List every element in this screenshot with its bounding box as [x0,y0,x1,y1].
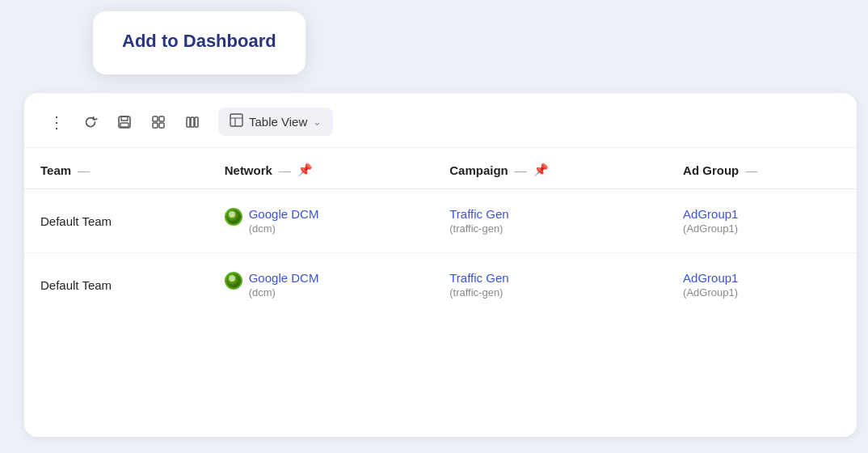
table-view-label: Table View [249,115,307,129]
network-name-0: Google DCM [249,207,319,221]
network-sub-1: (dcm) [249,286,319,298]
col-dash-campaign: — [515,163,527,177]
svg-rect-9 [195,117,198,127]
network-name-1: Google DCM [249,271,319,285]
svg-rect-8 [191,117,194,127]
table-row: Default Team Google DCM (dcm) Traffic Ge… [24,253,857,317]
svg-rect-4 [159,116,164,121]
campaign-sub-1: (traffic-gen) [449,286,651,298]
more-options-icon[interactable]: ⋮ [44,109,70,135]
svg-rect-10 [230,114,242,126]
adgroup-sub-1: (AdGroup1) [683,286,841,298]
table-container: Team — Network — 📌 Campaign [24,148,857,437]
table-view-chevron-icon: ⌄ [313,116,322,128]
columns-icon[interactable] [179,109,205,135]
col-header-campaign: Campaign — 📌 [433,148,667,189]
refresh-icon[interactable] [78,109,103,135]
svg-rect-6 [159,123,164,128]
save-icon[interactable] [112,109,137,135]
svg-rect-3 [153,116,158,121]
cell-team-0: Default Team [24,189,209,253]
col-label-adgroup: Ad Group [683,163,739,177]
col-header-network: Network — 📌 [209,148,434,189]
add-to-dashboard-card: Add to Dashboard [93,11,305,74]
cell-team-1: Default Team [24,253,209,317]
col-header-adgroup: Ad Group — [667,148,857,189]
cell-adgroup-1: AdGroup1 (AdGroup1) [667,253,857,317]
table-view-button[interactable]: Table View ⌄ [218,108,333,136]
add-to-dashboard-title: Add to Dashboard [122,31,276,51]
adgroup-name-0: AdGroup1 [683,207,841,221]
adgroup-name-1: AdGroup1 [683,271,841,285]
main-panel: ⋮ [24,93,857,437]
cell-network-0: Google DCM (dcm) [209,189,434,253]
adgroup-sub-0: (AdGroup1) [683,222,841,235]
table-row: Default Team Google DCM (dcm) Traffic Ge… [24,189,857,253]
col-label-campaign: Campaign [449,163,508,177]
table-view-table-icon [230,113,243,130]
campaign-name-1: Traffic Gen [449,271,651,285]
col-dash-network: — [279,163,291,177]
grid-icon[interactable] [145,109,171,135]
col-label-network: Network [225,163,272,177]
svg-rect-7 [187,117,190,127]
table-header-row: Team — Network — 📌 Campaign [24,148,857,189]
network-sub-0: (dcm) [249,222,319,235]
network-text-1: Google DCM (dcm) [249,271,319,298]
network-text-0: Google DCM (dcm) [249,207,319,235]
pin-icon-campaign[interactable]: 📌 [533,163,549,177]
network-logo-0 [225,208,242,226]
svg-rect-5 [153,123,158,128]
cell-campaign-1: Traffic Gen (traffic-gen) [433,253,667,317]
col-header-team: Team — [24,148,209,189]
toolbar: ⋮ [24,93,857,148]
col-dash-adgroup: — [745,163,757,177]
col-label-team: Team [40,163,71,177]
cell-adgroup-0: AdGroup1 (AdGroup1) [667,189,857,253]
pin-icon-network[interactable]: 📌 [297,163,313,177]
svg-rect-2 [120,123,129,127]
campaign-name-0: Traffic Gen [449,207,651,221]
cell-campaign-0: Traffic Gen (traffic-gen) [433,189,667,253]
col-dash-team: — [78,163,90,177]
data-table: Team — Network — 📌 Campaign [24,148,857,316]
cell-network-1: Google DCM (dcm) [209,253,434,317]
campaign-sub-0: (traffic-gen) [449,222,651,235]
network-logo-1 [225,272,242,290]
